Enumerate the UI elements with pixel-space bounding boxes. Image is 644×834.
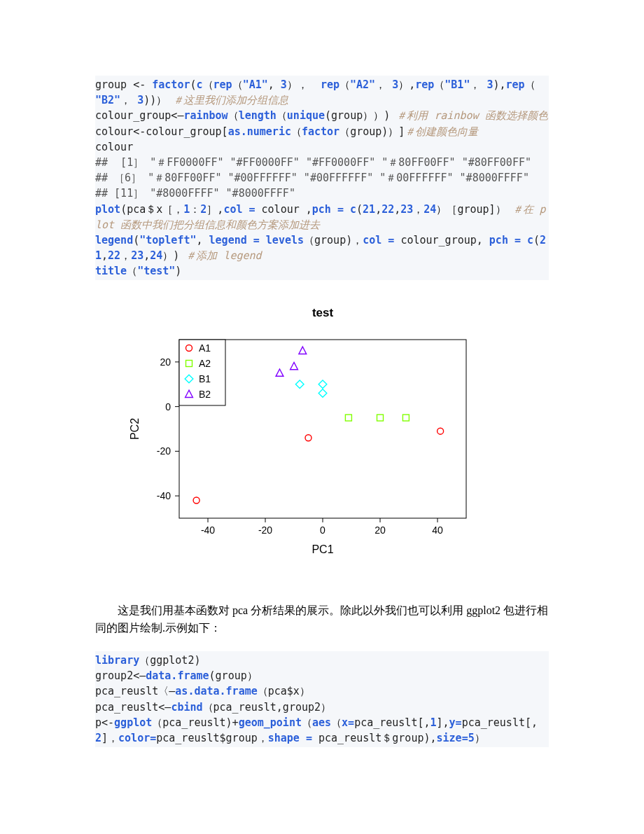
- fn-as-numeric: as.numeric: [228, 125, 291, 138]
- code-text: (pca＄x［，: [120, 203, 183, 216]
- code-text: ]，: [102, 732, 118, 744]
- arg-pch: pch =: [312, 203, 350, 216]
- code-text: ，: [120, 249, 131, 262]
- svg-rect-27: [402, 415, 409, 422]
- fn-cbind: cbind: [171, 701, 202, 714]
- svg-text:20: 20: [374, 524, 386, 536]
- fn-aes: aes: [312, 716, 331, 729]
- code-text: ,: [394, 203, 400, 216]
- number: 3: [392, 78, 398, 91]
- page: group <- factor(c（rep（"A1", 3）， rep（"A2"…: [0, 0, 644, 831]
- code-text: ): [175, 265, 181, 277]
- string: "topleft": [139, 234, 196, 246]
- code-text: ，: [470, 78, 486, 91]
- code-text: （: [525, 78, 536, 91]
- svg-rect-25: [345, 415, 351, 422]
- code-text: （: [228, 109, 239, 122]
- arg-shape: shape =: [268, 732, 318, 744]
- string: "test": [137, 265, 175, 277]
- number: 22: [108, 249, 120, 262]
- pca-scatter-chart: test-40-2002040-40-20020PC1PC2A1A2B1B2: [116, 301, 480, 581]
- fn-factor: factor: [302, 125, 340, 138]
- code-text: （pca$x）: [258, 685, 310, 697]
- fn-factor: factor: [152, 78, 190, 91]
- output-line: ## [1］ "＃FF0000FF" "#FF0000FF" "#FF0000F…: [95, 156, 531, 169]
- arg-size: size=: [437, 732, 468, 744]
- svg-text:A2: A2: [199, 358, 211, 369]
- code-block-2: library（ggplot2) group2<—data.frame(grou…: [95, 651, 549, 747]
- code-text: colour: [95, 141, 133, 153]
- number: 3: [486, 78, 493, 91]
- code-text: ：: [190, 203, 200, 216]
- code-text: group <-: [95, 78, 152, 91]
- code-text: （: [331, 716, 342, 729]
- code-text: (: [533, 234, 540, 246]
- code-text: colour_group,: [400, 234, 489, 246]
- code-text: （: [127, 265, 137, 277]
- number: 23: [131, 249, 144, 262]
- svg-text:0: 0: [165, 401, 171, 412]
- code-text: （: [232, 78, 243, 91]
- fn-plot: plot: [95, 203, 120, 216]
- fn-c: c: [197, 78, 203, 91]
- code-text: ,: [102, 249, 108, 262]
- string: "A2": [350, 78, 375, 91]
- code-text: （ggplot2): [139, 654, 200, 667]
- code-text: pca_reuslt[,: [354, 716, 430, 729]
- code-text: ,: [144, 249, 150, 262]
- code-text: ）［group]）: [436, 203, 505, 216]
- number: 1: [430, 716, 437, 729]
- code-text: ,: [375, 203, 382, 216]
- arg-x: x=: [342, 716, 354, 729]
- fn-rep: rep: [506, 78, 525, 91]
- fn-rainbow: rainbow: [183, 109, 227, 122]
- string: "A1": [243, 78, 268, 91]
- number: 2: [95, 732, 102, 744]
- arg-y: y=: [449, 716, 462, 729]
- code-text: pca_reuslt[,: [462, 716, 538, 729]
- output-line: ## [11］ "#8000FFFF" "#8000FFFF": [95, 187, 295, 200]
- fn-ggplot: ggplot: [114, 716, 152, 729]
- fn-levels: levels: [266, 234, 304, 246]
- code-text: ，: [413, 203, 424, 216]
- number: 21: [363, 203, 375, 216]
- code-text: (: [133, 234, 139, 246]
- code-text: （group)，: [304, 234, 363, 246]
- code-text: （pca_reuslt,group2）: [203, 701, 332, 714]
- svg-marker-32: [290, 363, 298, 370]
- code-text: p<-: [95, 716, 114, 729]
- code-text: ）,: [398, 78, 415, 91]
- code-text: ,: [197, 234, 209, 246]
- comment: ＃创建颜色向量: [405, 125, 478, 138]
- code-text: ,: [268, 78, 281, 91]
- code-text: (: [356, 203, 363, 216]
- arg-col: col =: [363, 234, 400, 246]
- svg-marker-31: [276, 369, 284, 376]
- code-text: pca_reuslt<—: [95, 701, 171, 714]
- code-text: （: [302, 716, 312, 729]
- svg-rect-26: [377, 415, 384, 422]
- fn-unique: unique: [287, 109, 325, 122]
- svg-text:PC1: PC1: [312, 543, 333, 555]
- number: 3: [137, 94, 144, 106]
- number: 3: [281, 78, 287, 91]
- code-text: colour ,: [262, 203, 312, 216]
- number: 24: [150, 249, 162, 262]
- fn-legend: legend: [95, 234, 133, 246]
- svg-text:0: 0: [320, 524, 326, 536]
- output-line: ## ［6］ "＃80FF00FF" "#00FFFFFF" "#00FFFFF…: [95, 172, 529, 184]
- svg-text:40: 40: [432, 524, 443, 536]
- fn-geom-point: geom_point: [239, 716, 302, 729]
- code-text: (: [190, 78, 196, 91]
- arg-pch: pch =: [489, 234, 527, 246]
- code-text: pca_reuslt〈—: [95, 685, 175, 697]
- body-paragraph: 这是我们用基本函数对 pca 分析结果的展示。除此以外我们也可以利用 ggplo…: [95, 602, 549, 637]
- arg-legend: legend =: [209, 234, 266, 246]
- code-text: （pca_reuslt)+: [152, 716, 238, 729]
- number: 5: [468, 732, 475, 744]
- code-text: （: [291, 125, 302, 138]
- code-text: (group））): [325, 109, 390, 122]
- code-text: colour<-colour_group[: [95, 125, 228, 138]
- comment: ＃添加 legend: [186, 249, 261, 262]
- code-block-1: group <- factor(c（rep（"A1", 3）， rep（"A2"…: [95, 76, 549, 280]
